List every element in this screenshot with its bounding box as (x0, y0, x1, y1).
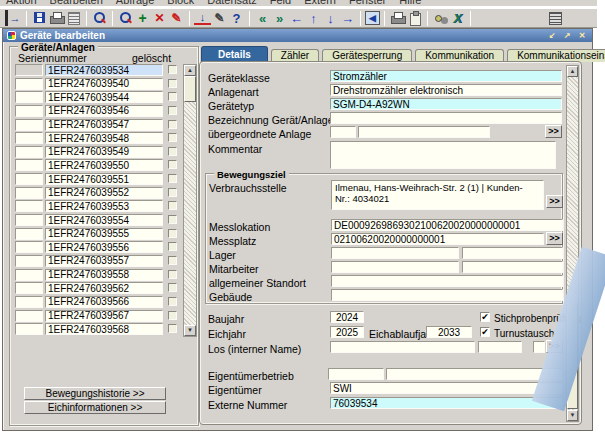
serial-row[interactable] (15, 310, 180, 322)
geloescht-checkbox[interactable] (168, 79, 177, 88)
geloescht-checkbox[interactable] (168, 270, 177, 279)
geloescht-checkbox[interactable] (168, 256, 177, 265)
serial-input[interactable] (45, 146, 163, 158)
geloescht-checkbox[interactable] (168, 297, 177, 306)
list-scrollbar[interactable]: ▲ ▼ (183, 64, 197, 337)
los-input[interactable] (330, 341, 475, 353)
menu-abfrage[interactable]: Abfrage (116, 0, 155, 6)
minimize-icon[interactable]: ↙ (546, 31, 558, 41)
serial-row[interactable] (15, 105, 180, 117)
window-titlebar[interactable]: Geräte bearbeiten ↙ ↗ ✕ (3, 29, 592, 42)
scrollbar-up-icon[interactable]: ▲ (184, 65, 196, 76)
lager-code-input[interactable] (331, 247, 459, 259)
menu-block[interactable]: Block (167, 0, 194, 6)
verbrauchsstelle-lookup-button[interactable]: >> (546, 195, 563, 208)
serial-row[interactable] (15, 91, 180, 103)
serial-input[interactable] (45, 119, 163, 131)
row-code-input[interactable] (15, 228, 43, 240)
mitarbeiter-input[interactable] (462, 261, 563, 273)
uebergeordnete-anlage-lookup-button[interactable]: >> (545, 125, 562, 138)
last-record-icon[interactable] (271, 10, 288, 26)
serial-row[interactable] (15, 78, 180, 90)
serial-row[interactable] (15, 255, 180, 267)
geraeteklasse-input[interactable] (330, 70, 562, 82)
menu-aktion[interactable]: Aktion (6, 0, 37, 6)
print-icon[interactable] (48, 10, 65, 26)
serial-input[interactable] (45, 173, 163, 185)
eichinformationen-button[interactable]: Eichinformationen >> (24, 401, 166, 414)
serial-input[interactable] (45, 296, 163, 308)
externe-nummer-input[interactable] (330, 397, 562, 409)
tab-details[interactable]: Details (201, 46, 268, 62)
geloescht-checkbox[interactable] (168, 324, 177, 333)
row-code-input[interactable] (15, 146, 43, 158)
geloescht-checkbox[interactable] (168, 229, 177, 238)
menu-feld[interactable]: Feld (270, 0, 291, 6)
serial-input[interactable] (45, 323, 163, 335)
row-code-input[interactable] (15, 269, 43, 281)
next-record-icon[interactable] (339, 10, 356, 26)
enter-query-icon[interactable] (91, 10, 108, 26)
row-code-input[interactable] (15, 282, 43, 294)
messplatz-input[interactable] (331, 233, 544, 245)
gebaeude-input[interactable] (331, 289, 563, 301)
anlagenart-input[interactable] (330, 84, 562, 96)
geloescht-checkbox[interactable] (168, 65, 177, 74)
row-code-input[interactable] (15, 119, 43, 131)
stichprobenpruefung-checkbox[interactable] (480, 312, 490, 322)
lager-input[interactable] (462, 247, 563, 259)
scroll-up-icon[interactable] (305, 10, 322, 26)
standort-input[interactable] (331, 275, 563, 287)
verbrauchsstelle-textarea[interactable]: Ilmenau, Hans-Weihrach-Str. 2 (1) | Kund… (331, 180, 544, 210)
first-record-icon[interactable] (254, 10, 271, 26)
geloescht-checkbox[interactable] (168, 174, 177, 183)
insert-record-icon[interactable] (134, 10, 151, 26)
row-code-input[interactable] (15, 64, 43, 76)
previous-record-icon[interactable] (288, 10, 305, 26)
row-code-input[interactable] (15, 159, 43, 171)
geloescht-checkbox[interactable] (168, 120, 177, 129)
eichablaufjahr-input[interactable] (426, 326, 472, 338)
serial-input[interactable] (45, 187, 163, 199)
geloescht-checkbox[interactable] (168, 242, 177, 251)
serial-input[interactable] (45, 269, 163, 281)
geloescht-checkbox[interactable] (168, 147, 177, 156)
row-code-input[interactable] (15, 200, 43, 212)
los-code-input[interactable] (478, 341, 522, 353)
row-code-input[interactable] (15, 91, 43, 103)
edit-icon[interactable] (211, 10, 228, 26)
serial-row[interactable] (15, 119, 180, 131)
serial-input[interactable] (45, 78, 163, 90)
excel-export-icon[interactable] (449, 10, 466, 26)
close-icon[interactable]: ✕ (576, 31, 588, 41)
serial-input[interactable] (45, 255, 163, 267)
geloescht-checkbox[interactable] (168, 311, 177, 320)
geloescht-checkbox[interactable] (168, 283, 177, 292)
geloescht-checkbox[interactable] (168, 201, 177, 210)
row-code-input[interactable] (15, 105, 43, 117)
scroll-down-icon[interactable] (322, 10, 339, 26)
serial-input[interactable] (45, 214, 163, 226)
row-code-input[interactable] (15, 310, 43, 322)
serial-input[interactable] (45, 64, 163, 76)
row-code-input[interactable] (15, 173, 43, 185)
row-code-input[interactable] (15, 132, 43, 144)
menu-extern[interactable]: Extern (304, 0, 336, 6)
clear-record-icon[interactable] (168, 10, 185, 26)
bewegungshistorie-button[interactable]: Bewegungshistorie >> (24, 387, 166, 400)
uebergeordnete-anlage-input[interactable] (358, 126, 490, 138)
serial-row[interactable] (15, 296, 180, 308)
row-code-input[interactable] (15, 78, 43, 90)
eichjahr-input[interactable] (330, 326, 364, 338)
report-icon[interactable] (65, 10, 82, 26)
list-icon[interactable] (547, 10, 564, 26)
geloescht-checkbox[interactable] (168, 160, 177, 169)
geloescht-checkbox[interactable] (168, 106, 177, 115)
geloescht-checkbox[interactable] (168, 92, 177, 101)
serial-input[interactable] (45, 310, 163, 322)
serial-input[interactable] (45, 159, 163, 171)
row-code-input[interactable] (15, 296, 43, 308)
row-code-input[interactable] (15, 255, 43, 267)
baujahr-input[interactable] (330, 311, 364, 323)
eigentuemerbetrieb-input[interactable] (386, 368, 562, 380)
